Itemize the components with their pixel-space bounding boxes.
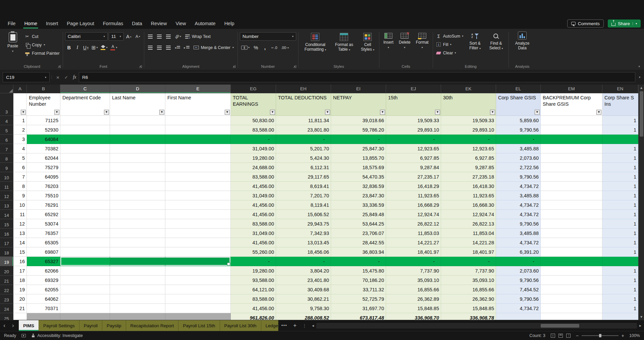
cell-C19[interactable]: [60, 257, 110, 266]
cell-EN16[interactable]: 1: [602, 229, 638, 238]
column-header-C[interactable]: C: [60, 85, 110, 93]
filter-button-EG[interactable]: ▼: [270, 110, 275, 115]
cell-EM10[interactable]: [541, 172, 602, 182]
filter-button-A[interactable]: ▼: [21, 110, 26, 115]
cell-EJ11[interactable]: 16,418.29: [386, 182, 441, 191]
cell-E21[interactable]: [165, 276, 231, 285]
cell-EK9[interactable]: 9,287.85: [441, 163, 496, 172]
cell-EM22[interactable]: [541, 285, 602, 294]
cell-EJ6[interactable]: -: [386, 135, 441, 144]
cell-EG25[interactable]: 961,826.00: [231, 313, 276, 320]
cell-EL14[interactable]: 4,734.72: [496, 210, 541, 219]
conditional-formatting-button[interactable]: Conditional Formatting ▾: [301, 32, 330, 63]
cell-EN12[interactable]: 1: [602, 191, 638, 200]
ribbon-tab-formulas[interactable]: Formulas: [99, 18, 127, 29]
decrease-font-size-button[interactable]: A▾: [134, 32, 142, 41]
cell-A19[interactable]: 16: [13, 257, 27, 266]
column-header-B[interactable]: B: [27, 85, 60, 93]
cell-D8[interactable]: [110, 153, 165, 163]
cut-button[interactable]: ✂Cut: [23, 33, 61, 40]
header-cell-EI[interactable]: NETPAY▼: [331, 93, 386, 116]
ribbon-tab-help[interactable]: Help: [220, 18, 239, 29]
cell-D16[interactable]: [110, 229, 165, 238]
clear-button[interactable]: Clear▾: [435, 49, 464, 56]
cell-EL24[interactable]: 4,734.72: [496, 304, 541, 313]
cell-B25[interactable]: [27, 313, 60, 320]
ribbon-tab-automate[interactable]: Automate: [191, 18, 220, 29]
cell-EL20[interactable]: 2,073.60: [496, 266, 541, 276]
cell-C21[interactable]: [60, 276, 110, 285]
copy-button[interactable]: Copy▾: [23, 41, 61, 48]
cell-C25[interactable]: [60, 313, 110, 320]
cell-EJ15[interactable]: 26,822.12: [386, 219, 441, 229]
cell-D11[interactable]: [110, 182, 165, 191]
cell-EN21[interactable]: 1: [602, 276, 638, 285]
column-header-EJ[interactable]: EJ: [386, 85, 441, 93]
cell-EL7[interactable]: 3,485.88: [496, 144, 541, 153]
cell-EL23[interactable]: 9,790.56: [496, 294, 541, 304]
format-as-table-button[interactable]: Format as Table ▾: [331, 32, 357, 63]
cell-C17[interactable]: [60, 238, 110, 247]
dialog-launcher-icon[interactable]: [139, 65, 142, 68]
cell-EJ16[interactable]: 11,853.03: [386, 229, 441, 238]
cell-B20[interactable]: 62066: [27, 266, 60, 276]
cell-EG4[interactable]: 50,830.00: [231, 116, 276, 125]
cell-C18[interactable]: [60, 247, 110, 257]
cell-EM21[interactable]: [541, 276, 602, 285]
cell-E6[interactable]: [165, 135, 231, 144]
zoom-slider-thumb[interactable]: [599, 334, 601, 337]
header-cell-EJ[interactable]: 15th▼: [386, 93, 441, 116]
cell-EN10[interactable]: 1: [602, 172, 638, 182]
zoom-in-button[interactable]: +: [622, 333, 624, 338]
cell-EK8[interactable]: 6,927.85: [441, 153, 496, 163]
cell-E15[interactable]: [165, 219, 231, 229]
cell-EJ18[interactable]: 18,401.97: [386, 247, 441, 257]
cancel-icon[interactable]: ×: [54, 72, 62, 82]
percent-style-button[interactable]: %: [252, 43, 260, 52]
cell-EI21[interactable]: 70,186.20: [331, 276, 386, 285]
row-header-8[interactable]: 8: [0, 153, 13, 163]
cell-E24[interactable]: [165, 304, 231, 313]
cell-B11[interactable]: 76203: [27, 182, 60, 191]
cell-C23[interactable]: [60, 294, 110, 304]
cell-EJ17[interactable]: 14,221.27: [386, 238, 441, 247]
cell-EN4[interactable]: 1: [602, 116, 638, 125]
column-header-D[interactable]: D: [110, 85, 165, 93]
cell-EL21[interactable]: 9,790.56: [496, 276, 541, 285]
cell-D17[interactable]: [110, 238, 165, 247]
filter-button-E[interactable]: ▼: [225, 110, 230, 115]
cell-EG18[interactable]: 55,260.00: [231, 247, 276, 257]
cell-EK19[interactable]: -: [441, 257, 496, 266]
cell-C24[interactable]: [60, 304, 110, 313]
cell-C13[interactable]: [60, 200, 110, 210]
header-cell-EL[interactable]: Corp Share GSIS▼: [496, 93, 541, 116]
collapse-ribbon-icon[interactable]: ▾: [638, 65, 640, 68]
cell-C14[interactable]: [60, 210, 110, 219]
fill-color-button[interactable]: ▾: [99, 43, 109, 52]
cell-EJ25[interactable]: 336,908.70: [386, 313, 441, 320]
cell-C10[interactable]: [60, 172, 110, 182]
sheet-tab-recapitulation-report[interactable]: Recapitulation Report: [126, 320, 179, 331]
cell-D10[interactable]: [110, 172, 165, 182]
row-header-24[interactable]: 24: [0, 304, 13, 313]
sheet-nav-right-icon[interactable]: ›: [9, 320, 17, 331]
cell-E7[interactable]: [165, 144, 231, 153]
enter-icon[interactable]: ✓: [62, 72, 70, 82]
cell-EL10[interactable]: 9,790.56: [496, 172, 541, 182]
cell-EG10[interactable]: 83,588.00: [231, 172, 276, 182]
cell-EG11[interactable]: 41,456.00: [231, 182, 276, 191]
filter-button-EL[interactable]: ▼: [535, 110, 540, 115]
cell-EH16[interactable]: 7,342.93: [276, 229, 331, 238]
cell-EN5[interactable]: 1: [602, 125, 638, 135]
row-header-4[interactable]: 4: [0, 116, 13, 125]
column-header-EG[interactable]: EG: [231, 85, 276, 93]
cell-EN23[interactable]: 1: [602, 294, 638, 304]
vertical-scrollbar[interactable]: ▲ ▼: [638, 85, 644, 320]
font-name-select[interactable]: Calibri▾: [65, 32, 108, 41]
cell-EI6[interactable]: -: [331, 135, 386, 144]
cell-EM6[interactable]: [541, 135, 602, 144]
ribbon-tab-review[interactable]: Review: [147, 18, 171, 29]
cell-D15[interactable]: [110, 219, 165, 229]
cell-EL15[interactable]: 9,790.56: [496, 219, 541, 229]
header-cell-C[interactable]: Department Code▼: [60, 93, 110, 116]
